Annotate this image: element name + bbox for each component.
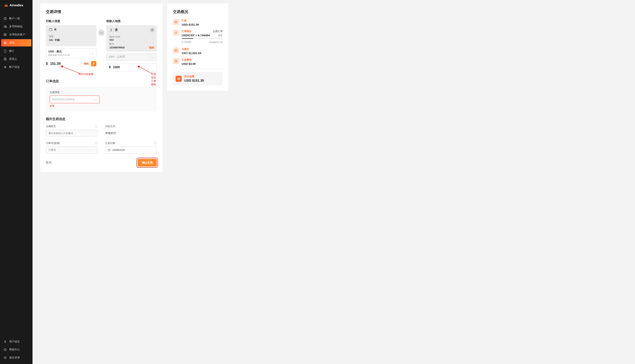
remit-date-label: 汇款日期 [105, 142, 157, 145]
nav-contacts[interactable]: 联系人 [0, 55, 33, 63]
section-title-detail: 交易详情 [46, 9, 157, 14]
svg-point-11 [5, 341, 6, 342]
order-section-title: 订单信息 [46, 79, 157, 83]
payee-currency-select[interactable]: CNY - 人民币 ⌄ [106, 54, 157, 60]
divider [173, 69, 223, 69]
logo-icon [4, 4, 9, 7]
nav-help[interactable]: ?帮助中心 [0, 346, 33, 354]
info-icon[interactable]: i [95, 142, 98, 144]
payer-country-label: 国家 [49, 35, 93, 38]
bank-code-label: Bank code [109, 35, 154, 38]
confirm-button[interactable]: 确认交易 [138, 159, 157, 166]
money-icon [173, 19, 179, 25]
remit-date-field: 汇款日期 i 14/08/2019 [105, 142, 157, 154]
nav-bottom: 用户设定 ?帮助中心 退出登录 [0, 338, 33, 364]
summary-total-label: 应付金额 [184, 75, 220, 78]
wallet-icon [4, 25, 7, 28]
chevron-down-icon: ⌄ [90, 52, 94, 55]
payment-method-field: 付款方式 本地支付 [105, 125, 157, 137]
info-icon[interactable]: i [61, 91, 64, 94]
calendar-icon [108, 149, 110, 152]
chevron-down-icon: ⌄ [150, 56, 154, 58]
svg-point-28 [178, 78, 179, 79]
order-no-input[interactable] [46, 146, 98, 154]
exchange-icon [4, 49, 7, 53]
svg-rect-23 [175, 50, 177, 51]
extra-section-title: 额外交易信息 [46, 117, 157, 121]
nav-pay[interactable]: 支付 [1, 39, 31, 46]
payer-country-value: CN - 中国 [49, 38, 93, 42]
payee-amount-input[interactable]: ¥ 1000 [106, 63, 157, 71]
info-icon[interactable]: i [95, 125, 98, 128]
summary-rate-pair: USD/CNY = 6.744494 [182, 34, 210, 37]
total-icon [176, 76, 182, 82]
rate-update[interactable]: 更新 [213, 34, 223, 37]
summary-card: 交易概况 汇款 USD $151.39 [167, 4, 228, 91]
dashboard-icon [4, 17, 7, 20]
svg-rect-15 [49, 29, 52, 31]
summary-total-value: USD $151.39 [184, 79, 220, 82]
payer-box: K 国家 CN - 中国 [46, 25, 96, 46]
svg-point-22 [176, 22, 176, 22]
svg-text:$: $ [175, 60, 176, 62]
order-panel: 交易用途i 请选择您的交易用途 ⌄ 必填 [46, 87, 157, 112]
summary-total: 应付金额 USD $151.39 [173, 72, 223, 85]
svg-rect-1 [4, 26, 6, 28]
payer-currency-select[interactable]: USD - 美元 钱包余额: $109,574.48 ⌄ [46, 48, 96, 58]
note-label: 交易附言 [46, 125, 98, 128]
payer-name: K [54, 28, 57, 31]
purpose-select[interactable]: 请选择您的交易用途 ⌄ [50, 96, 100, 103]
rate-type: 交易汇率 [213, 30, 223, 33]
nav-account-settings[interactable]: 帐户设定 [0, 63, 33, 71]
payee-edit-link[interactable]: 编辑 [149, 46, 154, 49]
summary-source-label: 汇款 [182, 19, 223, 22]
brand-logo: Airwallex [0, 0, 33, 11]
action-row: 取消 确认交易 [46, 159, 157, 166]
nav-convert[interactable]: 换汇 [0, 47, 33, 55]
account-label: 账号 [109, 42, 154, 46]
note-input[interactable] [46, 130, 98, 137]
info-icon[interactable]: i [154, 142, 157, 144]
nav-logout[interactable]: 退出登录 [0, 354, 33, 362]
svg-point-9 [5, 66, 6, 68]
edit-icon-button[interactable] [91, 61, 96, 66]
summary-target-value: CNY ¥1,021.04 [182, 52, 223, 55]
transaction-detail-card: 交易详情 付款人信息 K 国家 CN - 中国 [40, 4, 163, 172]
svg-point-24 [176, 50, 176, 51]
summary-source: 汇款 USD $151.39 [173, 19, 223, 26]
brand-name: Airwallex [10, 4, 23, 7]
payer-amount-row: $ 151.39 编辑 [46, 61, 96, 66]
payer-amount-symbol: $ [46, 62, 48, 66]
summary-title: 交易概况 [173, 9, 223, 14]
contacts-icon [4, 57, 7, 61]
summary-rate: 汇率报价 USD/CNY = 6.744494 交易汇率 更新 6.744494 [173, 30, 223, 44]
close-icon[interactable]: ✕ [150, 28, 155, 32]
cancel-button[interactable]: 取消 [46, 161, 51, 164]
merchant-icon [49, 28, 53, 31]
payment-method-label: 付款方式 [105, 125, 157, 128]
payee-label: 收款人信息 [106, 19, 157, 23]
user-icon [4, 340, 7, 343]
nav-global-accounts[interactable]: 全球收款账户 [0, 30, 33, 38]
rate-progress [182, 38, 223, 39]
svg-point-4 [5, 34, 6, 35]
purpose-placeholder: 请选择您的交易用途 [52, 98, 75, 101]
payment-method-value: 本地支付 [105, 130, 157, 137]
nav-wallet[interactable]: 多币种钱包 [0, 22, 33, 30]
svg-point-16 [111, 29, 112, 30]
nav-user-settings[interactable]: 用户设定 [0, 338, 33, 346]
svg-text:?: ? [5, 349, 6, 350]
nav-account-overview[interactable]: 帐户一览 [0, 14, 33, 22]
rate-source: Airwallex汇率 [209, 41, 223, 44]
payee-name: 含 [115, 28, 118, 32]
svg-rect-2 [6, 26, 6, 27]
remit-date-input[interactable]: 14/08/2019 [105, 146, 157, 154]
payer-column: 付款人信息 K 国家 CN - 中国 [46, 19, 96, 71]
summary-fee-value: USD $3.00 [182, 62, 223, 66]
payer-edit-link[interactable]: 编辑 [84, 62, 89, 66]
money-icon [173, 48, 179, 54]
svg-rect-21 [175, 21, 177, 23]
person-icon [109, 28, 113, 32]
svg-rect-5 [4, 42, 6, 44]
payee-column: 收款人信息 ✕ 含 Bank code 313 [106, 19, 157, 71]
